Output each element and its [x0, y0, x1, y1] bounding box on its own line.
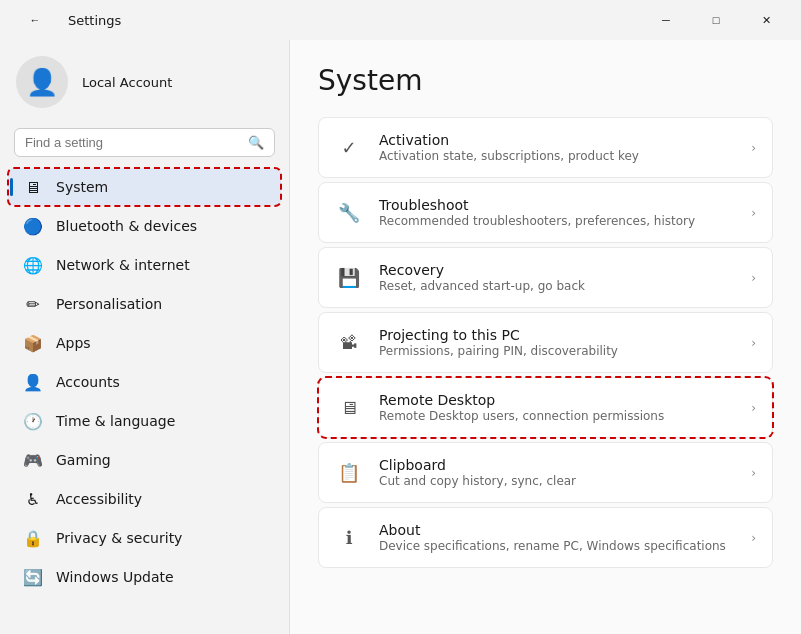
- settings-item-activation[interactable]: ✓ Activation Activation state, subscript…: [318, 117, 773, 178]
- settings-item-clipboard[interactable]: 📋 Clipboard Cut and copy history, sync, …: [318, 442, 773, 503]
- sidebar-item-gaming[interactable]: 🎮 Gaming: [8, 441, 281, 479]
- settings-chevron-activation: ›: [751, 141, 756, 155]
- nav-icon-gaming: 🎮: [24, 451, 42, 469]
- nav-label-personalisation: Personalisation: [56, 296, 162, 312]
- settings-chevron-clipboard: ›: [751, 466, 756, 480]
- avatar-icon: 👤: [26, 67, 58, 97]
- nav-label-windowsupdate: Windows Update: [56, 569, 174, 585]
- title-bar: ← Settings ─ □ ✕: [0, 0, 801, 40]
- nav-icon-apps: 📦: [24, 334, 42, 352]
- sidebar-item-time[interactable]: 🕐 Time & language: [8, 402, 281, 440]
- nav-label-accounts: Accounts: [56, 374, 120, 390]
- sidebar-item-accessibility[interactable]: ♿ Accessibility: [8, 480, 281, 518]
- settings-icon-remotedesktop: 🖥: [335, 394, 363, 422]
- nav-label-accessibility: Accessibility: [56, 491, 142, 507]
- sidebar-item-system[interactable]: 🖥 System: [8, 168, 281, 206]
- nav-icon-network: 🌐: [24, 256, 42, 274]
- settings-icon-clipboard: 📋: [335, 459, 363, 487]
- settings-desc-recovery: Reset, advanced start-up, go back: [379, 279, 735, 293]
- settings-chevron-remotedesktop: ›: [751, 401, 756, 415]
- settings-desc-about: Device specifications, rename PC, Window…: [379, 539, 735, 553]
- settings-title-activation: Activation: [379, 132, 735, 148]
- nav-label-privacy: Privacy & security: [56, 530, 182, 546]
- settings-title-remotedesktop: Remote Desktop: [379, 392, 735, 408]
- settings-chevron-troubleshoot: ›: [751, 206, 756, 220]
- user-info: Local Account: [82, 75, 172, 90]
- sidebar-item-network[interactable]: 🌐 Network & internet: [8, 246, 281, 284]
- close-button[interactable]: ✕: [743, 4, 789, 36]
- nav-icon-bluetooth: 🔵: [24, 217, 42, 235]
- user-profile[interactable]: 👤 Local Account: [0, 40, 289, 124]
- settings-icon-activation: ✓: [335, 134, 363, 162]
- sidebar-item-accounts[interactable]: 👤 Accounts: [8, 363, 281, 401]
- settings-item-troubleshoot[interactable]: 🔧 Troubleshoot Recommended troubleshoote…: [318, 182, 773, 243]
- settings-item-projecting[interactable]: 📽 Projecting to this PC Permissions, pai…: [318, 312, 773, 373]
- settings-title-recovery: Recovery: [379, 262, 735, 278]
- nav-label-system: System: [56, 179, 108, 195]
- settings-title-projecting: Projecting to this PC: [379, 327, 735, 343]
- sidebar: 👤 Local Account 🔍 🖥 System 🔵 Bluetooth &…: [0, 40, 290, 634]
- nav-label-gaming: Gaming: [56, 452, 111, 468]
- settings-item-recovery[interactable]: 💾 Recovery Reset, advanced start-up, go …: [318, 247, 773, 308]
- close-icon: ✕: [762, 14, 771, 27]
- user-type: Local Account: [82, 75, 172, 90]
- settings-icon-troubleshoot: 🔧: [335, 199, 363, 227]
- nav-icon-personalisation: ✏️: [24, 295, 42, 313]
- settings-icon-recovery: 💾: [335, 264, 363, 292]
- window-controls: ─ □ ✕: [643, 4, 789, 36]
- settings-title-about: About: [379, 522, 735, 538]
- search-box[interactable]: 🔍: [14, 128, 275, 157]
- nav-icon-time: 🕐: [24, 412, 42, 430]
- nav-icon-accessibility: ♿: [24, 490, 42, 508]
- settings-list: ✓ Activation Activation state, subscript…: [318, 117, 773, 568]
- search-input[interactable]: [25, 135, 240, 150]
- settings-desc-projecting: Permissions, pairing PIN, discoverabilit…: [379, 344, 735, 358]
- maximize-button[interactable]: □: [693, 4, 739, 36]
- back-icon: ←: [30, 14, 41, 26]
- settings-chevron-about: ›: [751, 531, 756, 545]
- nav-icon-windowsupdate: 🔄: [24, 568, 42, 586]
- settings-icon-about: ℹ: [335, 524, 363, 552]
- nav-label-time: Time & language: [56, 413, 175, 429]
- settings-item-remotedesktop[interactable]: 🖥 Remote Desktop Remote Desktop users, c…: [318, 377, 773, 438]
- settings-desc-clipboard: Cut and copy history, sync, clear: [379, 474, 735, 488]
- settings-title-troubleshoot: Troubleshoot: [379, 197, 735, 213]
- app-content: 👤 Local Account 🔍 🖥 System 🔵 Bluetooth &…: [0, 40, 801, 634]
- settings-desc-troubleshoot: Recommended troubleshooters, preferences…: [379, 214, 735, 228]
- settings-chevron-projecting: ›: [751, 336, 756, 350]
- sidebar-item-apps[interactable]: 📦 Apps: [8, 324, 281, 362]
- sidebar-item-personalisation[interactable]: ✏️ Personalisation: [8, 285, 281, 323]
- nav-icon-privacy: 🔒: [24, 529, 42, 547]
- minimize-button[interactable]: ─: [643, 4, 689, 36]
- app-title: Settings: [68, 13, 121, 28]
- settings-item-about[interactable]: ℹ About Device specifications, rename PC…: [318, 507, 773, 568]
- nav-icon-accounts: 👤: [24, 373, 42, 391]
- main-content: System ✓ Activation Activation state, su…: [290, 40, 801, 634]
- nav-label-apps: Apps: [56, 335, 91, 351]
- minimize-icon: ─: [662, 14, 670, 26]
- maximize-icon: □: [713, 14, 720, 26]
- page-title: System: [318, 64, 773, 97]
- search-icon: 🔍: [248, 135, 264, 150]
- settings-chevron-recovery: ›: [751, 271, 756, 285]
- avatar: 👤: [16, 56, 68, 108]
- sidebar-item-bluetooth[interactable]: 🔵 Bluetooth & devices: [8, 207, 281, 245]
- back-button[interactable]: ←: [12, 4, 58, 36]
- sidebar-item-windowsupdate[interactable]: 🔄 Windows Update: [8, 558, 281, 596]
- settings-desc-activation: Activation state, subscriptions, product…: [379, 149, 735, 163]
- settings-title-clipboard: Clipboard: [379, 457, 735, 473]
- nav-label-bluetooth: Bluetooth & devices: [56, 218, 197, 234]
- nav-icon-system: 🖥: [24, 178, 42, 196]
- sidebar-item-privacy[interactable]: 🔒 Privacy & security: [8, 519, 281, 557]
- title-bar-left: ← Settings: [12, 4, 121, 36]
- settings-icon-projecting: 📽: [335, 329, 363, 357]
- nav-label-network: Network & internet: [56, 257, 190, 273]
- nav-list: 🖥 System 🔵 Bluetooth & devices 🌐 Network…: [0, 167, 289, 597]
- settings-desc-remotedesktop: Remote Desktop users, connection permiss…: [379, 409, 735, 423]
